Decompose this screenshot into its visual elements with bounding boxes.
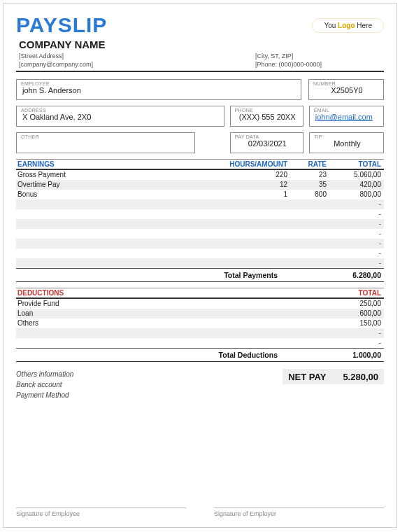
table-row: Others150,00 — [16, 318, 384, 328]
signature-employer: Signature of Employer — [214, 507, 384, 517]
email-label: EMAIL — [314, 108, 379, 113]
deductions-total-value: 1.000,00 — [327, 351, 384, 359]
employee-value: john S. Anderson — [21, 86, 297, 94]
table-row: Provide Fund250,00 — [16, 299, 384, 309]
deduction-name — [16, 338, 327, 348]
deductions-section: DEDUCTIONS TOTAL Provide Fund250,00Loan6… — [16, 288, 384, 362]
earnings-name — [16, 258, 223, 268]
table-row: - — [16, 229, 384, 239]
earnings-name: Overtime Pay — [16, 180, 223, 190]
deductions-total-label: Total Deductions — [16, 351, 327, 359]
deduction-total: - — [327, 338, 384, 348]
earnings-hours — [223, 209, 287, 219]
earnings-rate — [287, 229, 327, 239]
earnings-name: Gross Payment — [16, 170, 223, 180]
earnings-name — [16, 229, 223, 239]
signature-employee: Signature of Employee — [16, 507, 186, 517]
tip-label: TIP — [314, 134, 379, 139]
netpay-label: NET PAY — [288, 372, 326, 382]
number-label: NUMBER — [313, 81, 379, 86]
earnings-rate: 800 — [287, 190, 327, 200]
earnings-hours — [223, 200, 287, 209]
earnings-hours: 1 — [223, 190, 287, 200]
bank-account: Banck account — [16, 379, 283, 390]
earnings-total: 5.060,00 — [327, 170, 384, 180]
netpay-box: NET PAY 5.280,00 — [283, 369, 384, 384]
table-row: - — [16, 328, 384, 338]
deduction-total: - — [327, 328, 384, 338]
table-row: Gross Payment220235.060,00 — [16, 170, 384, 180]
earnings-rate — [287, 200, 327, 209]
tip-box: TIP Monthly — [309, 132, 384, 153]
employee-box: EMPLOYEE john S. Anderson — [16, 79, 301, 100]
company-phone: [Phone: (000)000-0000] — [255, 61, 384, 69]
earnings-name — [16, 209, 223, 219]
table-row: Loan600,00 — [16, 309, 384, 318]
earnings-total: - — [327, 219, 384, 229]
header-divider — [16, 71, 384, 72]
email-box: EMAIL john@email.com — [309, 106, 384, 127]
earnings-total-value: 6.280,00 — [327, 271, 384, 279]
table-row: Overtime Pay1235420,00 — [16, 180, 384, 190]
earnings-hours: 12 — [223, 180, 287, 190]
info-row-3: OTHER PAY DATA 02/03/2021 TIP Monthly — [16, 132, 384, 153]
earnings-hours — [223, 248, 287, 258]
table-row: - — [16, 200, 384, 209]
number-value: X2505Y0 — [313, 86, 379, 94]
number-box: NUMBER X2505Y0 — [308, 79, 384, 100]
earnings-name: Bonus — [16, 190, 223, 200]
earnings-total: - — [327, 229, 384, 239]
paydata-value: 02/03/2021 — [235, 139, 299, 148]
other-box: OTHER — [16, 132, 195, 153]
earnings-section: EARNINGS HOURS/AMOUNT RATE TOTAL Gross P… — [16, 159, 384, 282]
earnings-total: - — [327, 239, 384, 248]
earnings-total: - — [327, 200, 384, 209]
address-value: X Oakland Ave, 2X0 — [21, 113, 220, 121]
table-row: - — [16, 338, 384, 348]
deductions-body: Provide Fund250,00Loan600,00Others150,00… — [16, 299, 384, 348]
deductions-heading: DEDUCTIONS — [16, 289, 327, 297]
company-street: [Street Address] — [19, 52, 255, 61]
others-column: Others information Banck account Payment… — [16, 369, 283, 400]
logo-placeholder: You Logo Here — [312, 18, 384, 33]
earnings-rate: 23 — [287, 170, 327, 180]
earnings-total: 800,00 — [327, 190, 384, 200]
deduction-name — [16, 328, 327, 338]
deduction-total: 150,00 — [327, 318, 384, 328]
title-row: PAYSLIP You Logo Here — [16, 13, 384, 37]
logo-text-pre: You — [324, 22, 338, 29]
earnings-total-label: Total Payments — [16, 271, 327, 279]
earnings-total-row: Total Payments 6.280,00 — [16, 268, 384, 281]
address-box: ADDRESS X Oakland Ave, 2X0 — [16, 106, 224, 127]
earnings-col-total: TOTAL — [327, 160, 384, 168]
company-city: [City, ST, ZIP] — [255, 52, 384, 61]
table-row: Bonus1800800,00 — [16, 190, 384, 200]
earnings-heading: EARNINGS — [16, 160, 223, 168]
page-title: PAYSLIP — [16, 13, 107, 37]
earnings-col-hours: HOURS/AMOUNT — [223, 160, 287, 168]
paydata-label: PAY DATA — [235, 134, 299, 139]
table-row: - — [16, 258, 384, 268]
earnings-col-rate: RATE — [287, 160, 327, 168]
other-label: OTHER — [21, 134, 190, 139]
earnings-total: - — [327, 248, 384, 258]
company-email: [company@company.com] — [19, 61, 255, 69]
payment-method: Payment Method — [16, 390, 283, 400]
earnings-hours: 220 — [223, 170, 287, 180]
earnings-rate — [287, 258, 327, 268]
tip-value: Monthly — [314, 139, 379, 148]
deduction-name: Provide Fund — [16, 299, 327, 309]
logo-text-post: Here — [355, 22, 372, 29]
earnings-total: - — [327, 258, 384, 268]
email-value[interactable]: john@email.com — [314, 113, 379, 121]
earnings-body: Gross Payment220235.060,00Overtime Pay12… — [16, 170, 384, 268]
deductions-header: DEDUCTIONS TOTAL — [16, 288, 384, 299]
earnings-bottom-rule — [16, 281, 384, 282]
earnings-rate — [287, 209, 327, 219]
deduction-name: Others — [16, 318, 327, 328]
earnings-name — [16, 239, 223, 248]
phone-value: (XXX) 555 20XX — [235, 113, 299, 121]
company-name: COMPANY NAME — [19, 38, 384, 50]
earnings-rate — [287, 219, 327, 229]
earnings-total: - — [327, 209, 384, 219]
